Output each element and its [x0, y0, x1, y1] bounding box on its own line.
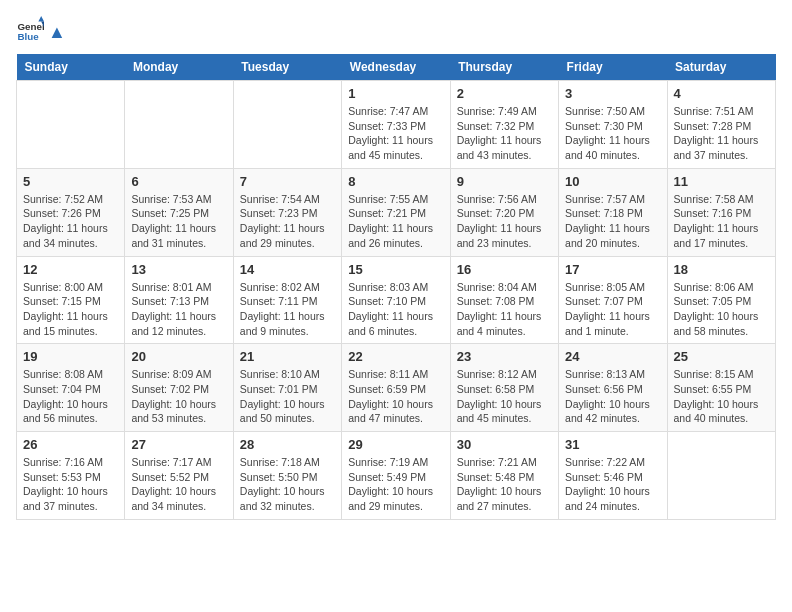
- calendar-cell: 1Sunrise: 7:47 AM Sunset: 7:33 PM Daylig…: [342, 81, 450, 169]
- calendar-cell: 3Sunrise: 7:50 AM Sunset: 7:30 PM Daylig…: [559, 81, 667, 169]
- calendar-cell: 23Sunrise: 8:12 AM Sunset: 6:58 PM Dayli…: [450, 344, 558, 432]
- day-number: 27: [131, 437, 226, 452]
- day-number: 13: [131, 262, 226, 277]
- svg-marker-2: [38, 16, 44, 22]
- logo-icon-arrow: ▲: [48, 22, 66, 43]
- calendar-table: SundayMondayTuesdayWednesdayThursdayFrid…: [16, 54, 776, 520]
- day-info: Sunrise: 8:12 AM Sunset: 6:58 PM Dayligh…: [457, 367, 552, 426]
- page-header: General Blue ▲: [16, 16, 776, 44]
- weekday-header-wednesday: Wednesday: [342, 54, 450, 81]
- calendar-cell: 8Sunrise: 7:55 AM Sunset: 7:21 PM Daylig…: [342, 168, 450, 256]
- day-number: 24: [565, 349, 660, 364]
- calendar-cell: 22Sunrise: 8:11 AM Sunset: 6:59 PM Dayli…: [342, 344, 450, 432]
- calendar-cell: 16Sunrise: 8:04 AM Sunset: 7:08 PM Dayli…: [450, 256, 558, 344]
- day-number: 17: [565, 262, 660, 277]
- calendar-cell: 21Sunrise: 8:10 AM Sunset: 7:01 PM Dayli…: [233, 344, 341, 432]
- calendar-cell: 29Sunrise: 7:19 AM Sunset: 5:49 PM Dayli…: [342, 432, 450, 520]
- day-number: 29: [348, 437, 443, 452]
- day-info: Sunrise: 8:11 AM Sunset: 6:59 PM Dayligh…: [348, 367, 443, 426]
- day-number: 1: [348, 86, 443, 101]
- day-number: 11: [674, 174, 769, 189]
- day-number: 6: [131, 174, 226, 189]
- day-number: 21: [240, 349, 335, 364]
- calendar-cell: 30Sunrise: 7:21 AM Sunset: 5:48 PM Dayli…: [450, 432, 558, 520]
- day-info: Sunrise: 8:13 AM Sunset: 6:56 PM Dayligh…: [565, 367, 660, 426]
- day-info: Sunrise: 7:51 AM Sunset: 7:28 PM Dayligh…: [674, 104, 769, 163]
- weekday-header-monday: Monday: [125, 54, 233, 81]
- calendar-header-row: SundayMondayTuesdayWednesdayThursdayFrid…: [17, 54, 776, 81]
- day-info: Sunrise: 7:52 AM Sunset: 7:26 PM Dayligh…: [23, 192, 118, 251]
- day-info: Sunrise: 7:16 AM Sunset: 5:53 PM Dayligh…: [23, 455, 118, 514]
- day-info: Sunrise: 8:00 AM Sunset: 7:15 PM Dayligh…: [23, 280, 118, 339]
- calendar-week-row: 1Sunrise: 7:47 AM Sunset: 7:33 PM Daylig…: [17, 81, 776, 169]
- calendar-week-row: 26Sunrise: 7:16 AM Sunset: 5:53 PM Dayli…: [17, 432, 776, 520]
- calendar-cell: 18Sunrise: 8:06 AM Sunset: 7:05 PM Dayli…: [667, 256, 775, 344]
- day-info: Sunrise: 8:04 AM Sunset: 7:08 PM Dayligh…: [457, 280, 552, 339]
- day-number: 14: [240, 262, 335, 277]
- calendar-cell: 4Sunrise: 7:51 AM Sunset: 7:28 PM Daylig…: [667, 81, 775, 169]
- calendar-cell: 13Sunrise: 8:01 AM Sunset: 7:13 PM Dayli…: [125, 256, 233, 344]
- logo: General Blue ▲: [16, 16, 66, 44]
- calendar-cell: 7Sunrise: 7:54 AM Sunset: 7:23 PM Daylig…: [233, 168, 341, 256]
- calendar-cell: 10Sunrise: 7:57 AM Sunset: 7:18 PM Dayli…: [559, 168, 667, 256]
- svg-text:Blue: Blue: [17, 31, 39, 42]
- day-number: 30: [457, 437, 552, 452]
- day-info: Sunrise: 7:21 AM Sunset: 5:48 PM Dayligh…: [457, 455, 552, 514]
- calendar-cell: [17, 81, 125, 169]
- day-info: Sunrise: 8:01 AM Sunset: 7:13 PM Dayligh…: [131, 280, 226, 339]
- calendar-cell: 17Sunrise: 8:05 AM Sunset: 7:07 PM Dayli…: [559, 256, 667, 344]
- day-info: Sunrise: 8:15 AM Sunset: 6:55 PM Dayligh…: [674, 367, 769, 426]
- day-info: Sunrise: 7:22 AM Sunset: 5:46 PM Dayligh…: [565, 455, 660, 514]
- calendar-cell: 14Sunrise: 8:02 AM Sunset: 7:11 PM Dayli…: [233, 256, 341, 344]
- calendar-cell: 20Sunrise: 8:09 AM Sunset: 7:02 PM Dayli…: [125, 344, 233, 432]
- day-info: Sunrise: 7:55 AM Sunset: 7:21 PM Dayligh…: [348, 192, 443, 251]
- calendar-cell: [667, 432, 775, 520]
- calendar-cell: 15Sunrise: 8:03 AM Sunset: 7:10 PM Dayli…: [342, 256, 450, 344]
- calendar-cell: 5Sunrise: 7:52 AM Sunset: 7:26 PM Daylig…: [17, 168, 125, 256]
- day-info: Sunrise: 7:49 AM Sunset: 7:32 PM Dayligh…: [457, 104, 552, 163]
- calendar-cell: 25Sunrise: 8:15 AM Sunset: 6:55 PM Dayli…: [667, 344, 775, 432]
- day-number: 25: [674, 349, 769, 364]
- day-number: 19: [23, 349, 118, 364]
- calendar-cell: 6Sunrise: 7:53 AM Sunset: 7:25 PM Daylig…: [125, 168, 233, 256]
- day-info: Sunrise: 7:47 AM Sunset: 7:33 PM Dayligh…: [348, 104, 443, 163]
- day-info: Sunrise: 7:18 AM Sunset: 5:50 PM Dayligh…: [240, 455, 335, 514]
- day-info: Sunrise: 7:57 AM Sunset: 7:18 PM Dayligh…: [565, 192, 660, 251]
- day-number: 3: [565, 86, 660, 101]
- calendar-cell: [233, 81, 341, 169]
- calendar-cell: 31Sunrise: 7:22 AM Sunset: 5:46 PM Dayli…: [559, 432, 667, 520]
- day-number: 7: [240, 174, 335, 189]
- calendar-cell: 24Sunrise: 8:13 AM Sunset: 6:56 PM Dayli…: [559, 344, 667, 432]
- day-info: Sunrise: 8:02 AM Sunset: 7:11 PM Dayligh…: [240, 280, 335, 339]
- day-info: Sunrise: 7:56 AM Sunset: 7:20 PM Dayligh…: [457, 192, 552, 251]
- day-number: 23: [457, 349, 552, 364]
- day-number: 31: [565, 437, 660, 452]
- day-info: Sunrise: 7:53 AM Sunset: 7:25 PM Dayligh…: [131, 192, 226, 251]
- logo-icon: General Blue: [16, 16, 44, 44]
- day-number: 4: [674, 86, 769, 101]
- calendar-cell: 12Sunrise: 8:00 AM Sunset: 7:15 PM Dayli…: [17, 256, 125, 344]
- calendar-cell: 28Sunrise: 7:18 AM Sunset: 5:50 PM Dayli…: [233, 432, 341, 520]
- day-number: 28: [240, 437, 335, 452]
- calendar-cell: 26Sunrise: 7:16 AM Sunset: 5:53 PM Dayli…: [17, 432, 125, 520]
- day-number: 8: [348, 174, 443, 189]
- weekday-header-friday: Friday: [559, 54, 667, 81]
- day-number: 12: [23, 262, 118, 277]
- calendar-week-row: 19Sunrise: 8:08 AM Sunset: 7:04 PM Dayli…: [17, 344, 776, 432]
- day-number: 16: [457, 262, 552, 277]
- day-info: Sunrise: 7:17 AM Sunset: 5:52 PM Dayligh…: [131, 455, 226, 514]
- day-number: 15: [348, 262, 443, 277]
- day-info: Sunrise: 8:05 AM Sunset: 7:07 PM Dayligh…: [565, 280, 660, 339]
- day-info: Sunrise: 8:06 AM Sunset: 7:05 PM Dayligh…: [674, 280, 769, 339]
- calendar-cell: 19Sunrise: 8:08 AM Sunset: 7:04 PM Dayli…: [17, 344, 125, 432]
- calendar-cell: [125, 81, 233, 169]
- day-number: 9: [457, 174, 552, 189]
- weekday-header-saturday: Saturday: [667, 54, 775, 81]
- day-info: Sunrise: 7:54 AM Sunset: 7:23 PM Dayligh…: [240, 192, 335, 251]
- calendar-cell: 11Sunrise: 7:58 AM Sunset: 7:16 PM Dayli…: [667, 168, 775, 256]
- day-number: 2: [457, 86, 552, 101]
- day-number: 18: [674, 262, 769, 277]
- day-number: 20: [131, 349, 226, 364]
- day-info: Sunrise: 8:03 AM Sunset: 7:10 PM Dayligh…: [348, 280, 443, 339]
- day-number: 22: [348, 349, 443, 364]
